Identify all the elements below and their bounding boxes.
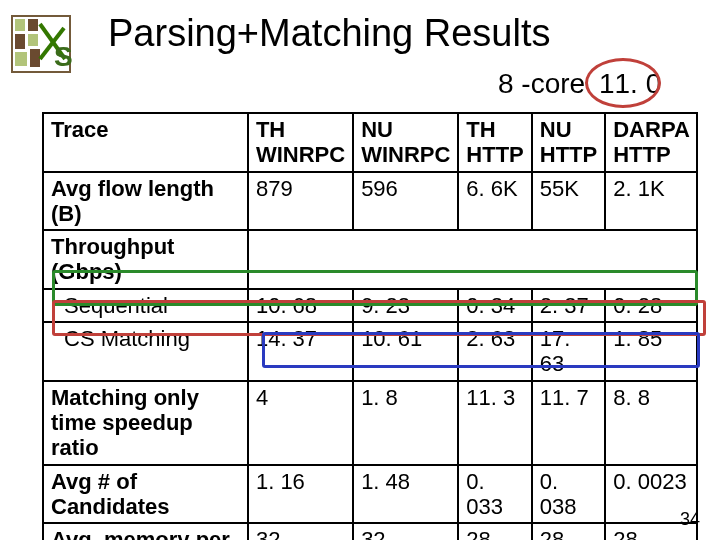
- speedup-c2: 1. 8: [353, 381, 458, 465]
- slide-title: Parsing+Matching Results: [108, 12, 551, 55]
- row-avgmem: Avg. memory per connection (bytes) 32 32…: [43, 523, 697, 540]
- speedup-c5: 8. 8: [605, 381, 697, 465]
- csmatching-c3: 2. 63: [458, 322, 531, 381]
- speedup-c4: 11. 7: [532, 381, 605, 465]
- avgmem-c2: 32: [353, 523, 458, 540]
- label-throughput: Throughput (Gbps): [43, 230, 248, 289]
- row-speedup: Matching only time speedup ratio 4 1. 8 …: [43, 381, 697, 465]
- header-th-http: TH HTTP: [458, 113, 531, 172]
- header-nu-http: NU HTTP: [532, 113, 605, 172]
- sequential-c3: 0. 34: [458, 289, 531, 322]
- svg-rect-4: [28, 34, 38, 46]
- avgcand-c4: 0. 038: [532, 465, 605, 524]
- subtitle: 8 -core 11. 0: [498, 68, 661, 100]
- avgcand-c2: 1. 48: [353, 465, 458, 524]
- header-darpa-http: DARPA HTTP: [605, 113, 697, 172]
- avgcand-c3: 0. 033: [458, 465, 531, 524]
- csmatching-c1: 14. 37: [248, 322, 353, 381]
- header-nu-winrpc: NU WINRPC: [353, 113, 458, 172]
- sequential-c4: 2. 37: [532, 289, 605, 322]
- row-throughput: Throughput (Gbps): [43, 230, 697, 289]
- row-avgcand: Avg # of Candidates 1. 16 1. 48 0. 033 0…: [43, 465, 697, 524]
- avgflow-c2: 596: [353, 172, 458, 231]
- label-speedup: Matching only time speedup ratio: [43, 381, 248, 465]
- csmatching-c4: 17. 63: [532, 322, 605, 381]
- avgflow-c3: 6. 6K: [458, 172, 531, 231]
- label-sequential: Sequential: [43, 289, 248, 322]
- avgflow-c5: 2. 1K: [605, 172, 697, 231]
- svg-rect-2: [28, 19, 38, 31]
- csmatching-c5: 1. 85: [605, 322, 697, 381]
- results-table: Trace TH WINRPC NU WINRPC TH HTTP NU HTT…: [42, 112, 698, 540]
- avgflow-c4: 55K: [532, 172, 605, 231]
- row-csmatching: CS Matching 14. 37 10. 61 2. 63 17. 63 1…: [43, 322, 697, 381]
- header-trace: Trace: [43, 113, 248, 172]
- header-th-winrpc: TH WINRPC: [248, 113, 353, 172]
- sequential-c2: 9. 23: [353, 289, 458, 322]
- speedup-c1: 4: [248, 381, 353, 465]
- svg-rect-3: [15, 34, 25, 49]
- subtitle-value: 11. 0: [599, 68, 661, 99]
- speedup-c3: 11. 3: [458, 381, 531, 465]
- avgmem-c4: 28: [532, 523, 605, 540]
- svg-text:S: S: [54, 41, 72, 72]
- csmatching-c2: 10. 61: [353, 322, 458, 381]
- sequential-c5: 0. 28: [605, 289, 697, 322]
- row-sequential: Sequential 10. 68 9. 23 0. 34 2. 37 0. 2…: [43, 289, 697, 322]
- avgmem-c1: 32: [248, 523, 353, 540]
- svg-rect-1: [15, 19, 25, 31]
- header-row: Trace TH WINRPC NU WINRPC TH HTTP NU HTT…: [43, 113, 697, 172]
- slide-number: 34: [680, 509, 700, 530]
- logo-icon: S: [10, 14, 72, 74]
- avgcand-c1: 1. 16: [248, 465, 353, 524]
- subtitle-cores: 8 -core: [498, 68, 585, 99]
- label-avgcand: Avg # of Candidates: [43, 465, 248, 524]
- row-avgflow: Avg flow length (B) 879 596 6. 6K 55K 2.…: [43, 172, 697, 231]
- sequential-c1: 10. 68: [248, 289, 353, 322]
- label-csmatching: CS Matching: [43, 322, 248, 381]
- throughput-empty: [248, 230, 697, 289]
- avgflow-c1: 879: [248, 172, 353, 231]
- label-avgmem: Avg. memory per connection (bytes): [43, 523, 248, 540]
- label-avgflow: Avg flow length (B): [43, 172, 248, 231]
- svg-rect-5: [15, 52, 27, 66]
- svg-rect-6: [30, 49, 40, 67]
- avgmem-c3: 28: [458, 523, 531, 540]
